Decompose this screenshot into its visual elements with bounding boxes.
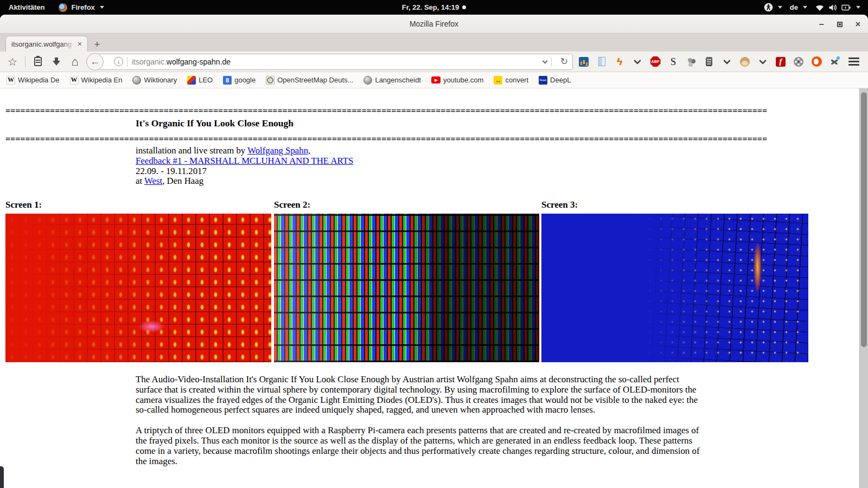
bookmark-item[interactable]: youtube.com xyxy=(431,76,483,84)
home-icon[interactable]: ⌂ xyxy=(68,55,82,69)
keyboard-layout-label: de xyxy=(790,3,798,11)
artist-link[interactable]: Wolfgang Spahn, xyxy=(247,145,310,156)
battery-icon xyxy=(841,4,851,11)
keyboard-layout-menu[interactable]: de xyxy=(790,3,807,11)
stylish-icon[interactable]: S xyxy=(668,56,679,67)
reload-button[interactable]: ↻ xyxy=(560,57,568,66)
clipboard-icon[interactable] xyxy=(31,55,45,69)
bookmark-item[interactable]: DeepL DeepL xyxy=(539,76,571,85)
separator-line: ========================================… xyxy=(5,106,807,116)
scrollbar-track[interactable] xyxy=(859,88,868,488)
film-reel-icon[interactable] xyxy=(793,56,804,67)
greasemonkey-icon[interactable] xyxy=(739,56,750,67)
toolbar-divider xyxy=(25,56,25,67)
tab-title: itsorganic.wolfgang-spahn.de xyxy=(11,40,74,48)
bookmark-label: DeepL xyxy=(550,76,571,84)
chevron-down-icon[interactable] xyxy=(632,56,643,67)
bookmark-item[interactable]: Wiktionary xyxy=(132,76,177,85)
bookmark-label: convert xyxy=(505,76,528,84)
lightning-icon[interactable]: ϟ xyxy=(614,56,625,67)
body-text: The Audio-Video-Installation It's Organi… xyxy=(136,375,707,477)
tab-close-button[interactable]: × xyxy=(76,40,83,48)
chevron-down-icon xyxy=(803,6,807,9)
convert-favicon: ↔ xyxy=(494,76,502,85)
download-icon[interactable] xyxy=(49,55,63,69)
accessibility-menu[interactable] xyxy=(764,3,782,12)
google-8-favicon: 8 xyxy=(223,76,232,85)
history-dropdown-icon[interactable] xyxy=(542,58,547,63)
globe-favicon xyxy=(132,76,141,85)
new-tab-button[interactable]: + xyxy=(89,37,105,52)
bookmark-star-icon[interactable]: ☆ xyxy=(5,55,20,69)
window-titlebar[interactable]: Mozilla Firefox – × xyxy=(0,15,868,34)
bookmark-item[interactable]: W Wikipedia De xyxy=(7,76,60,85)
youtube-favicon xyxy=(431,76,441,84)
chevron-down-icon[interactable] xyxy=(757,56,768,67)
duckduckgo-icon[interactable] xyxy=(811,56,822,67)
page-content: ========================================… xyxy=(0,88,868,488)
screen-2-label: Screen 2: xyxy=(274,200,310,210)
chevron-down-icon xyxy=(100,6,104,9)
minimize-button[interactable]: – xyxy=(819,22,824,27)
close-button[interactable]: × xyxy=(856,20,860,29)
scrollbar-thumb[interactable] xyxy=(861,92,867,347)
sidebar-panel-icon[interactable] xyxy=(596,56,607,67)
system-menu[interactable] xyxy=(815,4,860,11)
chevron-down-icon xyxy=(778,6,782,9)
url-domain: wolfgang-spahn.de xyxy=(167,57,231,66)
bookmark-label: LEO xyxy=(199,76,213,84)
wikipedia-favicon: W xyxy=(70,76,79,85)
tab-strip: itsorganic.wolfgang-spahn.de × + xyxy=(0,34,868,52)
event-link[interactable]: Feedback #1 - MARSHALL MCLUHAN AND THE A… xyxy=(136,156,353,166)
flash-icon[interactable]: f xyxy=(775,56,786,67)
clock-menu[interactable]: Fr, 22. Sep, 14:19 xyxy=(402,3,467,11)
site-info-icon[interactable]: i xyxy=(114,57,123,66)
back-button[interactable]: ← xyxy=(86,53,104,70)
bookmark-label: Wiktionary xyxy=(144,76,177,84)
volume-icon xyxy=(828,4,838,11)
firefox-window: Mozilla Firefox – × itsorganic.wolfgang-… xyxy=(0,15,868,488)
url-divider xyxy=(127,57,127,67)
stats-icon[interactable] xyxy=(578,56,589,67)
url-divider xyxy=(551,57,552,67)
gnome-top-bar: Aktivitäten Firefox Fr, 22. Sep, 14:19 d… xyxy=(0,0,868,15)
wikipedia-favicon: W xyxy=(7,76,15,85)
byline-block: installation and live stream by Wolfgang… xyxy=(136,146,353,187)
maximize-button[interactable] xyxy=(837,22,843,27)
active-tab[interactable]: itsorganic.wolfgang-spahn.de × xyxy=(5,36,88,52)
location-suffix: , Den Haag xyxy=(162,176,203,186)
wifi-icon xyxy=(815,4,825,11)
battery-cylinder-icon[interactable] xyxy=(704,56,714,67)
extension-toolbar: ϟ ABP S f xyxy=(577,56,841,67)
activities-button[interactable]: Aktivitäten xyxy=(9,3,44,11)
bookmark-label: OpenStreetMap Deuts... xyxy=(277,76,353,84)
globe-favicon xyxy=(363,76,372,85)
adblock-plus-icon[interactable]: ABP xyxy=(650,56,661,67)
paragraph-1: The Audio-Video-Installation It's Organi… xyxy=(136,375,707,415)
bookmark-item[interactable]: 8 google xyxy=(223,76,256,85)
window-title: Mozilla Firefox xyxy=(410,20,458,28)
bookmark-item[interactable]: Langenscheidt xyxy=(363,76,421,85)
clock-label: Fr, 22. Sep, 14:19 xyxy=(402,3,459,11)
desktop-edge-handle[interactable] xyxy=(0,466,4,488)
menu-hamburger-icon[interactable] xyxy=(848,57,859,66)
exhibition-dates: 22.09. - 19.11.2017 xyxy=(136,166,353,177)
screenshot-scissors-icon[interactable] xyxy=(829,56,840,67)
bookmark-item[interactable]: ↔ convert xyxy=(494,76,528,85)
url-bar[interactable]: i itsorganic. wolfgang-spahn.de ↻ xyxy=(98,54,573,70)
chevron-down-icon xyxy=(856,6,860,9)
chevron-down-icon[interactable] xyxy=(722,56,732,67)
separator-line: ========================================… xyxy=(5,134,807,144)
cookies-cluster-icon[interactable] xyxy=(686,56,697,67)
bookmark-item[interactable]: LEO xyxy=(187,76,213,85)
url-subdomain: itsorganic. xyxy=(132,57,167,66)
firefox-icon xyxy=(59,3,67,12)
paragraph-2: A triptych of three OLED monitors equipp… xyxy=(136,426,707,466)
venue-link[interactable]: West xyxy=(144,176,162,186)
bookmark-label: google xyxy=(234,76,256,84)
bookmark-item[interactable]: W Wikipedia En xyxy=(70,76,123,85)
screen-1-image xyxy=(5,214,271,362)
app-menu[interactable]: Firefox xyxy=(59,3,104,12)
bookmark-item[interactable]: OpenStreetMap Deuts... xyxy=(266,76,353,85)
leo-favicon xyxy=(187,76,196,85)
